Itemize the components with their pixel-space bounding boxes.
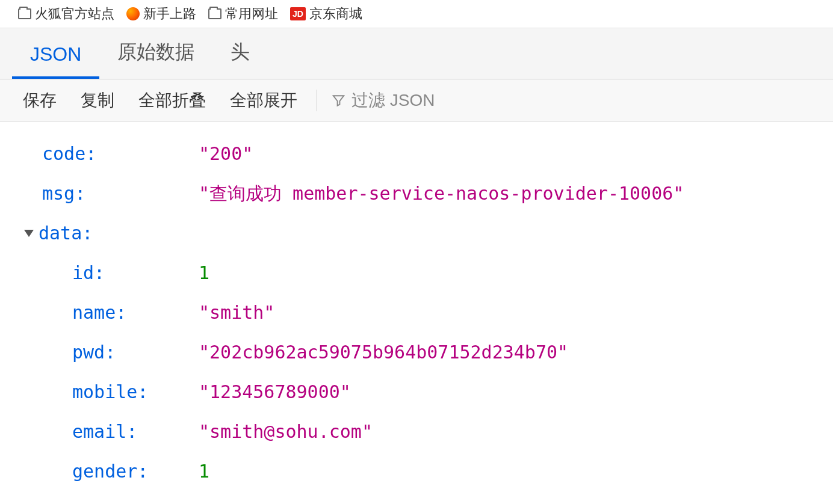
save-button[interactable]: 保存 — [18, 87, 61, 114]
json-value: 1 — [199, 452, 209, 491]
tab-raw-data[interactable]: 原始数据 — [99, 28, 212, 79]
funnel-icon — [332, 93, 345, 108]
bookmark-getting-started[interactable]: 新手上路 — [126, 5, 196, 23]
json-row-data[interactable]: data: — [24, 214, 809, 253]
json-key: mobile: — [72, 372, 199, 412]
bookmark-common-urls[interactable]: 常用网址 — [208, 5, 278, 23]
json-key: name: — [72, 293, 199, 333]
bookmark-jd[interactable]: JD 京东商城 — [290, 5, 362, 23]
json-row-msg[interactable]: msg: "查询成功 member-service-nacos-provider… — [24, 174, 809, 214]
json-value: "smith" — [199, 293, 274, 333]
json-value: "smith@sohu.com" — [199, 412, 373, 452]
folder-icon — [18, 8, 31, 19]
bookmark-label: 京东商城 — [309, 5, 362, 23]
json-row-code[interactable]: code: "200" — [24, 134, 809, 174]
json-key: data: — [39, 214, 195, 253]
json-viewer: code: "200" msg: "查询成功 member-service-na… — [0, 122, 833, 503]
bookmark-firefox-official[interactable]: 火狐官方站点 — [18, 5, 114, 23]
tab-label: 原始数据 — [117, 41, 194, 63]
tab-label: 头 — [231, 41, 250, 63]
json-value: "202cb962ac59075b964b07152d234b70" — [199, 333, 568, 372]
json-row-mobile[interactable]: mobile: "123456789000" — [24, 372, 809, 412]
expand-all-button[interactable]: 全部展开 — [225, 87, 302, 114]
json-key: msg: — [42, 174, 199, 214]
json-row-name[interactable]: name: "smith" — [24, 293, 809, 333]
toolbar-divider — [317, 90, 317, 111]
bookmarks-bar: 火狐官方站点 新手上路 常用网址 JD 京东商城 — [0, 0, 833, 28]
bookmark-label: 火狐官方站点 — [35, 5, 114, 23]
filter-input[interactable] — [351, 91, 815, 110]
json-row-gender[interactable]: gender: 1 — [24, 452, 809, 491]
copy-button[interactable]: 复制 — [76, 87, 119, 114]
json-row-pwd[interactable]: pwd: "202cb962ac59075b964b07152d234b70" — [24, 333, 809, 372]
json-value: "查询成功 member-service-nacos-provider-1000… — [199, 174, 684, 214]
tab-headers[interactable]: 头 — [212, 28, 268, 79]
jd-icon: JD — [290, 7, 306, 20]
json-toolbar: 保存 复制 全部折叠 全部展开 — [0, 79, 833, 122]
json-value: "200" — [199, 134, 253, 174]
json-value: "123456789000" — [199, 372, 351, 412]
folder-icon — [208, 8, 221, 19]
chevron-down-icon[interactable] — [24, 230, 34, 237]
json-key: pwd: — [72, 333, 199, 372]
json-key: gender: — [72, 452, 199, 491]
json-key: id: — [72, 253, 199, 293]
bookmark-label: 常用网址 — [225, 5, 278, 23]
tabs-bar: JSON 原始数据 头 — [0, 28, 833, 79]
tab-label: JSON — [30, 43, 81, 65]
json-key: code: — [42, 134, 199, 174]
collapse-all-button[interactable]: 全部折叠 — [134, 87, 211, 114]
json-row-id[interactable]: id: 1 — [24, 253, 809, 293]
filter-box — [332, 91, 815, 110]
firefox-icon — [126, 7, 140, 20]
json-value: 1 — [199, 253, 209, 293]
json-key: email: — [72, 412, 199, 452]
json-row-email[interactable]: email: "smith@sohu.com" — [24, 412, 809, 452]
tab-json[interactable]: JSON — [12, 32, 99, 79]
bookmark-label: 新手上路 — [143, 5, 196, 23]
